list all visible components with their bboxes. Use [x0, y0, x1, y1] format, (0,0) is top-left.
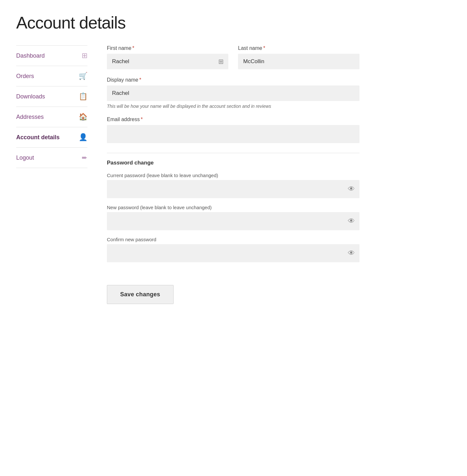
- first-name-icon: ⊞: [218, 58, 224, 65]
- sidebar-item-label-orders: Orders: [16, 73, 34, 80]
- display-name-hint: This will be how your name will be displ…: [107, 104, 359, 109]
- sidebar-item-addresses[interactable]: Addresses 🏠: [16, 107, 87, 127]
- new-password-toggle-icon[interactable]: 👁: [348, 217, 355, 225]
- logout-icon: ➨: [82, 153, 87, 162]
- confirm-password-input[interactable]: [107, 244, 359, 262]
- sidebar-item-label-downloads: Downloads: [16, 93, 45, 100]
- sidebar-item-orders[interactable]: Orders 🛒: [16, 66, 87, 86]
- sidebar-item-downloads[interactable]: Downloads 📋: [16, 86, 87, 107]
- sidebar-item-logout[interactable]: Logout ➨: [16, 147, 87, 168]
- main-content: First name* ⊞ Last name* Display name*: [107, 45, 359, 304]
- email-input[interactable]: [107, 125, 359, 143]
- new-password-input[interactable]: [107, 212, 359, 230]
- first-name-input[interactable]: [107, 54, 228, 69]
- password-section-title: Password change: [107, 153, 359, 166]
- display-name-wrapper: [107, 85, 359, 101]
- email-label: Email address*: [107, 117, 359, 122]
- current-password-input[interactable]: [107, 180, 359, 198]
- password-section: Password change Current password (leave …: [107, 153, 359, 262]
- orders-icon: 🛒: [79, 72, 87, 80]
- display-name-group: Display name*: [107, 77, 359, 101]
- first-name-wrapper: ⊞: [107, 54, 228, 69]
- account-details-icon: 👤: [79, 133, 87, 142]
- display-name-input[interactable]: [107, 85, 359, 101]
- downloads-icon: 📋: [79, 92, 87, 101]
- new-password-label: New password (leave blank to leave uncha…: [107, 205, 359, 210]
- last-name-label: Last name*: [238, 45, 359, 51]
- last-name-wrapper: [238, 54, 359, 69]
- sidebar-item-account-details[interactable]: Account details 👤: [16, 127, 87, 147]
- page-title: Account details: [16, 13, 451, 32]
- sidebar-item-label-addresses: Addresses: [16, 114, 44, 120]
- email-group: Email address*: [107, 117, 359, 143]
- last-name-group: Last name*: [238, 45, 359, 69]
- first-name-group: First name* ⊞: [107, 45, 228, 69]
- display-name-label: Display name*: [107, 77, 359, 83]
- addresses-icon: 🏠: [79, 113, 87, 121]
- dashboard-icon: ⊞: [82, 51, 87, 60]
- sidebar-item-label-account-details: Account details: [16, 134, 60, 141]
- first-name-label: First name*: [107, 45, 228, 51]
- current-password-group: Current password (leave blank to leave u…: [107, 173, 359, 198]
- email-wrapper: [107, 125, 359, 143]
- new-password-wrapper: 👁: [107, 212, 359, 230]
- current-password-toggle-icon[interactable]: 👁: [348, 185, 355, 193]
- confirm-password-wrapper: 👁: [107, 244, 359, 262]
- confirm-password-label: Confirm new password: [107, 237, 359, 242]
- sidebar-item-label-logout: Logout: [16, 154, 34, 161]
- confirm-password-toggle-icon[interactable]: 👁: [348, 249, 355, 257]
- confirm-password-group: Confirm new password 👁: [107, 237, 359, 262]
- new-password-group: New password (leave blank to leave uncha…: [107, 205, 359, 230]
- sidebar-item-dashboard[interactable]: Dashboard ⊞: [16, 45, 87, 66]
- sidebar: Dashboard ⊞ Orders 🛒 Downloads 📋 Address…: [16, 45, 87, 168]
- current-password-wrapper: 👁: [107, 180, 359, 198]
- save-button[interactable]: Save changes: [107, 285, 174, 304]
- sidebar-item-label-dashboard: Dashboard: [16, 52, 45, 59]
- name-row: First name* ⊞ Last name*: [107, 45, 359, 69]
- last-name-input[interactable]: [238, 54, 359, 69]
- current-password-label: Current password (leave blank to leave u…: [107, 173, 359, 178]
